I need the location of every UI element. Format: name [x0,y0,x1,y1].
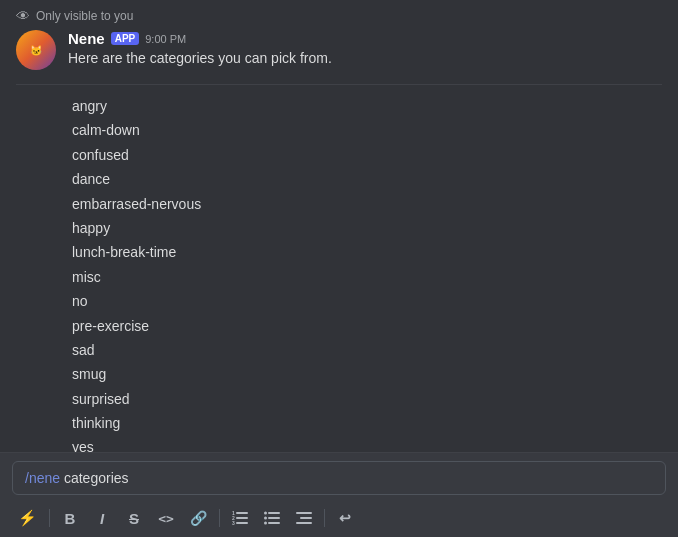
list-item[interactable]: dance [72,168,662,190]
input-rest: categories [60,470,128,486]
list-item[interactable]: pre-exercise [72,315,662,337]
ordered-list-button[interactable]: 1 2 3 [226,507,254,529]
list-item[interactable]: misc [72,266,662,288]
list-item[interactable]: surprised [72,388,662,410]
svg-rect-2 [236,522,248,524]
eye-icon: 👁 [16,8,30,24]
list-item[interactable]: smug [72,363,662,385]
list-item[interactable]: thinking [72,412,662,434]
message-content: Nene APP 9:00 PM Here are the categories… [68,30,662,69]
indent-button[interactable] [290,507,318,529]
username: Nene [68,30,105,47]
list-item[interactable]: confused [72,144,662,166]
list-item[interactable]: no [72,290,662,312]
svg-rect-12 [296,512,312,514]
code-button[interactable]: <> [152,507,180,530]
input-area: /nene categories ⚡ B I S <> 🔗 1 2 3 [0,452,678,537]
visibility-text: Only visible to you [36,9,133,23]
unordered-list-button[interactable] [258,507,286,529]
avatar: 🐱 [16,30,56,70]
app-badge: APP [111,32,140,45]
strikethrough-button[interactable]: S [120,506,148,531]
avatar-image: 🐱 [16,30,56,70]
svg-point-11 [264,522,267,525]
message-header: Nene APP 9:00 PM [68,30,662,47]
list-item[interactable]: calm-down [72,119,662,141]
bold-button[interactable]: B [56,506,84,531]
formatting-toolbar: ⚡ B I S <> 🔗 1 2 3 [12,501,666,537]
list-item[interactable]: sad [72,339,662,361]
svg-text:3: 3 [232,520,235,525]
toolbar-divider-1 [49,509,50,527]
bolt-button[interactable]: ⚡ [12,505,43,531]
input-wrapper[interactable]: /nene categories [12,461,666,495]
visibility-notice: 👁 Only visible to you [16,8,662,24]
link-button[interactable]: 🔗 [184,506,213,530]
svg-rect-6 [268,512,280,514]
toolbar-divider-3 [324,509,325,527]
message-row: 🐱 Nene APP 9:00 PM Here are the categori… [16,30,662,70]
svg-rect-8 [268,522,280,524]
italic-button[interactable]: I [88,506,116,531]
list-item[interactable]: angry [72,95,662,117]
divider [16,84,662,85]
svg-rect-0 [236,512,248,514]
svg-rect-1 [236,517,248,519]
svg-rect-14 [296,522,312,524]
chat-area: 👁 Only visible to you 🐱 Nene APP 9:00 PM… [0,0,678,452]
list-item[interactable]: yes [72,436,662,452]
slash-command: /nene [25,470,60,486]
list-item[interactable]: happy [72,217,662,239]
svg-point-10 [264,517,267,520]
svg-rect-7 [268,517,280,519]
undo-button[interactable]: ↩ [331,506,359,530]
categories-list: angrycalm-downconfuseddanceembarrased-ne… [16,95,662,452]
timestamp: 9:00 PM [145,33,186,45]
message-text: Here are the categories you can pick fro… [68,49,662,69]
list-item[interactable]: lunch-break-time [72,241,662,263]
svg-point-9 [264,512,267,515]
list-item[interactable]: embarrased-nervous [72,193,662,215]
message-input[interactable]: /nene categories [25,470,653,486]
toolbar-divider-2 [219,509,220,527]
svg-rect-13 [300,517,312,519]
